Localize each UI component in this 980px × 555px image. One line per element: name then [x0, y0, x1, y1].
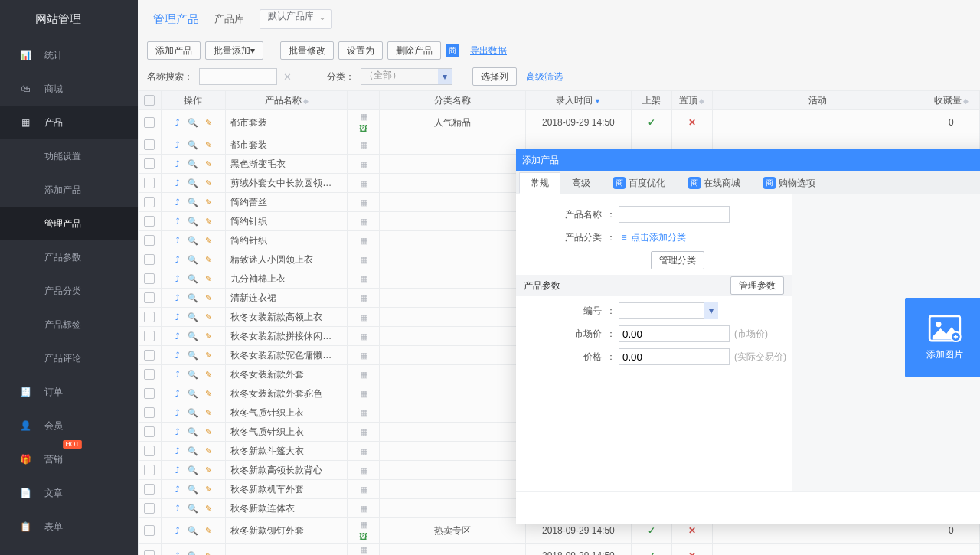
sidebar-item-0[interactable]: 📊统计	[0, 38, 138, 72]
add-image-button[interactable]: 添加图片	[905, 298, 980, 377]
modal-title: 添加产品	[522, 154, 559, 167]
modal-tabs: 常规 高级 商百度优化 商在线商城 商购物选项	[516, 171, 980, 194]
price-input[interactable]	[619, 348, 730, 365]
baidu-icon: 商	[613, 177, 626, 189]
cat-label: 产品分类	[516, 231, 606, 244]
nav-icon: 🧾	[17, 384, 34, 400]
nav-icon: 🛍	[17, 80, 34, 97]
nav-icon: 📋	[17, 518, 34, 535]
add-category-link[interactable]: ≡点击添加分类	[619, 231, 686, 244]
sidebar-item-7[interactable]: 产品分类	[0, 274, 138, 308]
manage-param-button[interactable]: 管理参数	[730, 276, 784, 295]
sidebar-title: 网站管理	[0, 0, 138, 38]
list-icon: ≡	[619, 232, 629, 243]
sidebar-item-8[interactable]: 产品标签	[0, 308, 138, 341]
sidebar-item-11[interactable]: 👤会员	[0, 409, 138, 442]
modal-footer: 保存 取消	[516, 491, 980, 524]
form-area: 产品名称： 产品分类： ≡点击添加分类 管理分类 产品参数 管理参数	[516, 194, 792, 491]
nav-icon: ▦	[17, 114, 34, 131]
market-price-label: 市场价	[516, 328, 606, 341]
tab-shopping[interactable]: 商购物选项	[752, 172, 827, 194]
market-price-hint: (市场价)	[734, 328, 768, 341]
tab-mall[interactable]: 商在线商城	[677, 172, 752, 194]
nav-icon: 👤	[17, 417, 34, 434]
add-product-modal: 添加产品 ✕ 常规 高级 商百度优化 商在线商城 商购物选项 产品名称： 产品分…	[516, 149, 980, 524]
sidebar-item-12[interactable]: 🎁营销	[0, 442, 138, 476]
svg-point-1	[936, 322, 941, 327]
tab-general[interactable]: 常规	[519, 172, 560, 194]
name-label: 产品名称	[516, 208, 606, 221]
sidebar-item-9[interactable]: 产品评论	[0, 341, 138, 375]
price-label: 价格	[516, 351, 606, 364]
product-code-input[interactable]	[619, 302, 718, 319]
sidebar-item-1[interactable]: 🛍商城	[0, 72, 138, 106]
sidebar-item-13[interactable]: 📄文章	[0, 476, 138, 510]
shopping-icon: 商	[763, 177, 776, 189]
sidebar: 网站管理 📊统计🛍商城▦产品功能设置添加产品管理产品产品参数产品分类产品标签产品…	[0, 0, 138, 555]
tab-advanced[interactable]: 高级	[560, 172, 602, 194]
tab-baidu[interactable]: 商百度优化	[602, 172, 677, 194]
modal-header: 添加产品 ✕	[516, 149, 980, 171]
sidebar-item-14[interactable]: 📋表单	[0, 510, 138, 544]
sidebar-item-3[interactable]: 功能设置	[0, 139, 138, 173]
sidebar-item-5[interactable]: 管理产品	[0, 207, 138, 240]
nav-icon: 📄	[17, 485, 34, 501]
param-section-header: 产品参数 管理参数	[516, 275, 792, 296]
sidebar-item-6[interactable]: 产品参数	[0, 240, 138, 274]
mall-icon: 商	[688, 177, 701, 189]
nav-icon: 🎁	[17, 451, 34, 468]
chevron-down-icon[interactable]: ▾	[704, 302, 718, 319]
sidebar-item-2[interactable]: ▦产品	[0, 106, 138, 139]
price-hint: (实际交易价)	[734, 351, 786, 364]
sidebar-item-4[interactable]: 添加产品	[0, 173, 138, 207]
code-label: 编号	[516, 305, 606, 318]
main: 管理产品 产品库 默认产品库 添加产品 批量添加 ▾ 批量修改 设置为 删除产品…	[138, 0, 980, 555]
image-area: 添加图片	[792, 194, 980, 491]
manage-category-button[interactable]: 管理分类	[651, 251, 704, 269]
image-icon	[928, 315, 962, 342]
nav-icon: 📊	[17, 47, 34, 64]
market-price-input[interactable]	[619, 325, 730, 342]
product-name-input[interactable]	[619, 206, 730, 223]
sidebar-item-10[interactable]: 🧾订单	[0, 375, 138, 409]
